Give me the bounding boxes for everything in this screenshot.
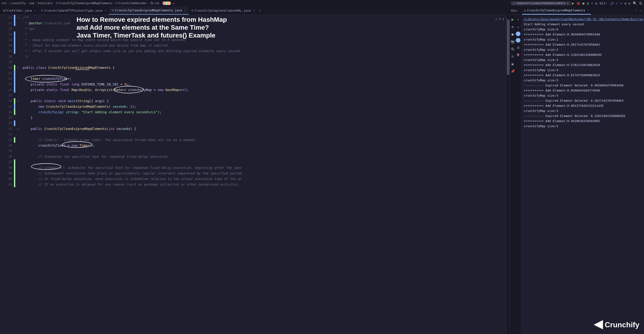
fold-gutter[interactable]: ⊟ ⊟ ⊟ ⊟ — [15, 15, 21, 334]
run-tool-tab[interactable]: ▢ CrunchifyCleanExipredMapElements ✕ — [522, 6, 591, 14]
breakpoint-icon[interactable]: ▸ — [14, 48, 15, 54]
line-number-gutter[interactable]: 11 12 13 14 15 16 17▸ 18 19 20▶ 21 22 23… — [0, 15, 14, 334]
history-icon[interactable]: ↺ — [624, 1, 626, 5]
run-icon[interactable]: ▶ — [572, 1, 574, 5]
editor-tab[interactable]: © CrunchifyCleanExipredMapElements.java … — [109, 6, 188, 14]
chevron-right-icon: › — [54, 1, 55, 5]
nav-up-icon[interactable]: ∧ — [502, 16, 504, 22]
console-line: crunchifyMap size:1 — [524, 37, 644, 42]
scroll-to-end-icon[interactable] — [516, 38, 520, 43]
console-line: +++++++++++ Add Element:0.00127242613321… — [524, 103, 644, 108]
warning-icon: ⚠ — [496, 16, 497, 22]
stop-icon[interactable]: ■ — [595, 1, 597, 5]
soft-wrap-icon[interactable] — [516, 31, 520, 36]
close-icon[interactable]: ✕ — [588, 9, 589, 12]
editor-tab[interactable]: © CrunchifySimpleValidateURL.java ✕ — [189, 6, 258, 14]
close-icon[interactable]: ✕ — [184, 9, 186, 12]
run-label: Run: — [511, 9, 518, 12]
crunchify-icon — [594, 320, 603, 329]
avatar[interactable] — [167, 1, 171, 5]
clear-icon[interactable]: 🗑 — [515, 52, 521, 57]
bc-item[interactable]: CrunchifyCleanExipredMapElements — [59, 1, 112, 5]
coverage-icon[interactable]: ◉ — [582, 1, 584, 5]
console-line: +++++++++++ Add Element:0.28171427870584… — [524, 42, 644, 47]
tab-label: CrunchifyCleanExipredMapElements.java — [115, 8, 182, 12]
git-label: Git: — [600, 1, 608, 5]
code-editor[interactable]: How to Remove expired elements from Hash… — [21, 15, 510, 334]
print-icon[interactable]: 🖨 — [515, 44, 521, 50]
stop-icon[interactable]: ■ — [510, 31, 515, 37]
run-gutter-icon[interactable]: ▶ — [14, 98, 15, 104]
scrollbar-track[interactable] — [507, 15, 510, 334]
main-layout: 11 12 13 14 15 16 17▸ 18 19 20▶ 21 22 23… — [0, 15, 644, 334]
layout-icon[interactable]: ▦ — [510, 61, 515, 67]
console-line: crunchifyMap size:3 — [524, 57, 644, 62]
console-line: +++++++++++ Add Element:0.96584042709034… — [524, 32, 644, 37]
run-config-name: CRUNCHIFYCLEANEXIPREDMAPELEMENTS — [516, 2, 566, 5]
more-icon[interactable]: ⋮ — [634, 9, 638, 12]
up-icon[interactable]: ↑ — [515, 17, 521, 22]
chevron-right-icon: › — [8, 1, 10, 5]
collaborator-avatars[interactable] — [162, 1, 171, 5]
editor-tab[interactable]: © CrunchifyGetHTTPContentType.java ✕ — [38, 6, 109, 14]
bc-item[interactable]: src — [2, 1, 7, 5]
tabs-dropdown-icon[interactable]: ▾ — [257, 6, 263, 14]
close-icon[interactable]: ✕ — [253, 9, 255, 12]
bc-item[interactable]: run — [154, 1, 159, 5]
code-with-me-icon[interactable]: ⇗ — [172, 1, 174, 5]
console-line: ----------- Expired Element Deleted: 0.2… — [524, 98, 644, 103]
console-line: Start Adding element every second — [524, 22, 644, 27]
console-output[interactable]: /Library/Java/JavaVirtualMachines/jdk-15… — [521, 15, 644, 334]
bc-item[interactable]: com — [29, 1, 34, 5]
console-line: +++++++++++ Add Element:0.94206363395649… — [524, 119, 644, 124]
search-icon[interactable]: 🔍 — [633, 1, 637, 5]
pin-icon[interactable]: 📌 — [510, 68, 515, 74]
push-icon[interactable]: ↗ — [620, 1, 622, 5]
attach-icon[interactable]: ⬇ — [591, 1, 593, 5]
console-line: crunchifyMap size:5 — [524, 93, 644, 98]
console-line[interactable]: /Library/Java/JavaVirtualMachines/jdk-15… — [524, 17, 644, 21]
close-icon[interactable]: ✕ — [105, 9, 106, 12]
editor-tab[interactable]: sFileFolder.java ✕ — [0, 6, 38, 14]
tab-label: CrunchifySimpleValidateURL.java — [194, 9, 251, 12]
java-class-icon: © — [192, 9, 193, 12]
rerun-icon[interactable]: ▶ — [510, 17, 515, 22]
bc-item[interactable]: tutorials — [38, 1, 52, 5]
run-tool-window: ▶ ⚙ ■ 📷 🔌 ⎘ ▦ 📌 ↑ ↓ 🖨 🗑 /Library/Java/Ja… — [510, 15, 644, 334]
console-line: +++++++++++ Add Element:0.65064341847745… — [524, 88, 644, 93]
console-line: crunchifyMap size:2 — [524, 47, 644, 52]
console-line: crunchifyMap size:0 — [524, 27, 644, 32]
class-icon: © — [56, 1, 58, 5]
exit-icon[interactable]: ⎘ — [510, 54, 515, 59]
console-line: crunchifyMap size:4 — [524, 68, 644, 73]
commit-icon[interactable]: ✓ — [616, 1, 618, 5]
class-icon: © — [116, 1, 118, 5]
connect-icon[interactable]: 🔌 — [510, 46, 515, 52]
rollback-icon[interactable]: ↻ — [629, 1, 630, 5]
bc-item[interactable]: CrunchifyReminder — [118, 1, 147, 5]
tab-label: sFileFolder.java — [3, 9, 32, 12]
console-line: ----------- Expired Element Deleted: 0.2… — [524, 113, 644, 119]
close-icon[interactable]: ✕ — [34, 9, 36, 12]
method-icon: ⓜ — [150, 1, 153, 5]
settings-icon[interactable]: ☰ — [639, 1, 642, 5]
profiler-icon[interactable]: ◷ — [587, 1, 588, 5]
dump-icon[interactable]: 📷 — [510, 39, 515, 44]
down-icon[interactable]: ↓ — [515, 24, 521, 30]
branch-icon[interactable]: ⎇ — [610, 1, 614, 5]
problems-indicator[interactable]: ⚠ 2 ∧ ∨ — [496, 16, 508, 22]
watermark-logo: Crunchify — [594, 320, 639, 329]
editor-tabs-bar: sFileFolder.java ✕ © CrunchifyGetHTTPCon… — [0, 6, 644, 15]
settings-icon[interactable]: ⚙ — [510, 24, 515, 30]
top-navigation-bar: src › crunchify › com › tutorials › © Cr… — [0, 0, 644, 6]
debug-icon[interactable]: 🐞 — [576, 1, 580, 5]
chevron-down-icon: ▾ — [567, 2, 568, 5]
breadcrumb[interactable]: src › crunchify › com › tutorials › © Cr… — [2, 1, 159, 5]
watermark-text: Crunchify — [605, 321, 639, 329]
bc-item[interactable]: crunchify — [10, 1, 26, 5]
run-sidebar-primary: ▶ ⚙ ■ 📷 🔌 ⎘ ▦ 📌 — [510, 15, 515, 334]
run-gutter-icon[interactable]: ▶ — [14, 65, 15, 70]
scrollbar-thumb[interactable] — [507, 19, 510, 75]
run-configuration-selector[interactable]: ▢ CRUNCHIFYCLEANEXIPREDMAPELEMENTS ▾ — [511, 1, 570, 5]
hide-icon[interactable]: — — [639, 9, 641, 12]
